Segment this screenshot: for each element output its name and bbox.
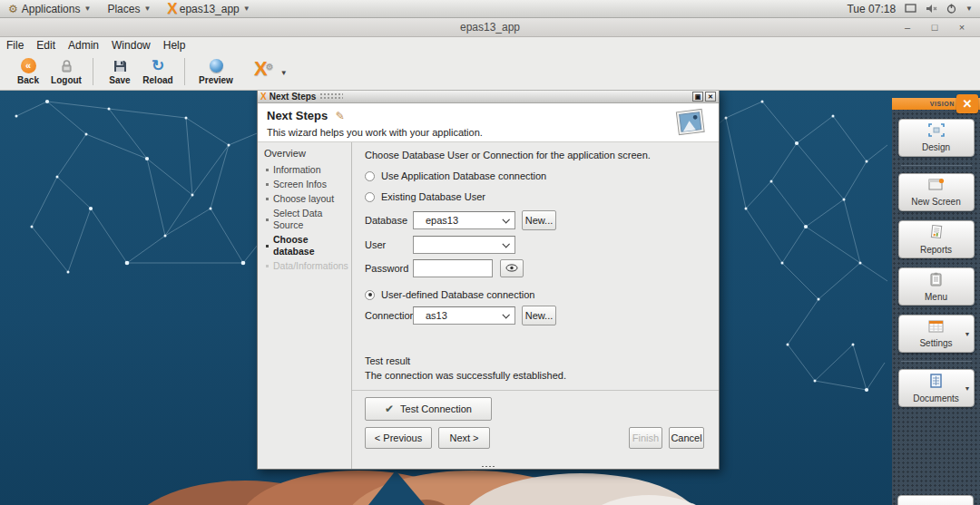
reload-button[interactable]: ↻ Reload bbox=[139, 56, 177, 85]
bullet-icon bbox=[266, 169, 269, 171]
floppy-icon bbox=[113, 57, 127, 74]
radio-checked-icon bbox=[365, 290, 375, 300]
bullet-icon bbox=[266, 219, 269, 221]
test-result-message: The connection was successfully establis… bbox=[365, 370, 708, 381]
new-screen-button[interactable]: New Screen bbox=[898, 173, 975, 211]
places-menu[interactable]: Places ▼ bbox=[99, 0, 159, 17]
radio-existing-db-user[interactable]: Existing Database User bbox=[365, 191, 708, 202]
applications-menu-label: Applications bbox=[22, 3, 81, 15]
test-result-label: Test result bbox=[365, 355, 708, 366]
panel-status-area: Tue 07:18 ▼ bbox=[847, 3, 980, 15]
nav-step-screen-infos[interactable]: Screen Infos bbox=[266, 179, 348, 190]
connection-label: Connection bbox=[365, 310, 413, 321]
lock-icon bbox=[60, 57, 74, 74]
back-button[interactable]: « Back bbox=[9, 56, 47, 85]
chevron-down-icon[interactable]: ▼ bbox=[965, 385, 971, 392]
power-icon[interactable] bbox=[946, 4, 956, 14]
dialog-close-icon[interactable]: ✕ bbox=[705, 92, 716, 102]
x-gear-logo-icon[interactable]: X⚙ bbox=[254, 58, 268, 80]
connection-select[interactable]: as13 bbox=[413, 306, 515, 325]
radio-icon bbox=[365, 171, 375, 181]
menu-icon bbox=[929, 272, 943, 290]
refresh-icon: ↻ bbox=[152, 58, 164, 73]
maximize-icon[interactable]: □ bbox=[929, 22, 940, 33]
menu-button[interactable]: Menu bbox=[898, 267, 975, 306]
design-icon bbox=[928, 123, 945, 141]
save-button[interactable]: Save bbox=[101, 56, 139, 85]
app-menu[interactable]: X epas13_app ▼ bbox=[159, 0, 258, 17]
dialog-header: Next Steps ✎ This wizard helps you work … bbox=[258, 103, 719, 142]
show-password-button[interactable] bbox=[500, 259, 524, 277]
eye-icon bbox=[505, 263, 518, 274]
sidebar-close-icon[interactable]: ✕ bbox=[956, 94, 978, 113]
volume-muted-icon[interactable] bbox=[926, 4, 937, 14]
dialog-titlebar[interactable]: X Next Steps ▣ ✕ bbox=[258, 90, 719, 103]
reports-button[interactable]: Reports bbox=[898, 220, 975, 258]
cancel-button[interactable]: Cancel bbox=[669, 427, 704, 449]
logout-button[interactable]: Logout bbox=[47, 56, 85, 85]
pencil-icon: ✎ bbox=[336, 110, 345, 122]
menu-admin[interactable]: Admin bbox=[62, 39, 105, 52]
design-button[interactable]: Design bbox=[898, 119, 975, 157]
next-button[interactable]: Next > bbox=[438, 427, 490, 449]
partial-bottom-button[interactable] bbox=[897, 495, 974, 505]
dialog-maximize-icon[interactable]: ▣ bbox=[692, 92, 703, 102]
toolbar: « Back Logout Save ↻ Reload Preview X⚙ bbox=[0, 53, 980, 91]
window-title: epas13_app bbox=[0, 21, 980, 34]
wizard-step-nav: Overview Information Screen Infos Choose… bbox=[258, 142, 352, 469]
chevron-down-icon[interactable]: ▼ bbox=[965, 331, 971, 337]
window-titlebar[interactable]: epas13_app – □ × bbox=[0, 18, 980, 37]
display-icon[interactable] bbox=[905, 4, 916, 14]
chevron-down-icon: ▼ bbox=[143, 5, 151, 13]
sidebar-title: VISION bbox=[930, 101, 955, 107]
preview-button[interactable]: Preview bbox=[192, 56, 240, 85]
connection-new-button[interactable]: New... bbox=[522, 306, 556, 325]
nav-step-select-data-source[interactable]: Select Data Source bbox=[266, 208, 348, 231]
settings-button[interactable]: Settings ▼ bbox=[898, 315, 975, 353]
globe-icon bbox=[210, 59, 223, 73]
wizard-picture-icon bbox=[675, 108, 706, 139]
documents-button[interactable]: Documents ▼ bbox=[898, 369, 975, 407]
radio-icon bbox=[365, 192, 375, 202]
toolbar-overflow-caret[interactable]: ▼ bbox=[280, 69, 288, 77]
database-new-button[interactable]: New... bbox=[522, 210, 556, 230]
menu-file[interactable]: File bbox=[0, 39, 30, 52]
database-select[interactable]: epas13 bbox=[413, 211, 515, 229]
applications-menu[interactable]: ⚙ Applications ▼ bbox=[0, 0, 99, 17]
nav-title: Overview bbox=[264, 148, 348, 159]
app-menu-label: epas13_app bbox=[180, 3, 240, 15]
bullet-icon bbox=[266, 183, 269, 186]
vision-sidebar: VISION ✕ Design New Screen Reports bbox=[892, 98, 980, 505]
resize-grip[interactable] bbox=[481, 465, 495, 468]
sidebar-header: VISION ✕ bbox=[892, 98, 980, 110]
chevron-down-icon: ▼ bbox=[83, 5, 91, 13]
close-icon[interactable]: × bbox=[956, 22, 967, 33]
nav-step-choose-database[interactable]: Choose database bbox=[266, 234, 348, 257]
nav-step-information[interactable]: Information bbox=[266, 164, 348, 176]
minimize-icon[interactable]: – bbox=[902, 22, 913, 33]
chevron-down-icon[interactable]: ▼ bbox=[965, 5, 973, 13]
wizard-title: Next Steps bbox=[267, 109, 328, 122]
new-screen-icon bbox=[928, 178, 945, 195]
menu-edit[interactable]: Edit bbox=[30, 39, 62, 52]
window-controls: – □ × bbox=[902, 22, 980, 33]
gear-icon: ⚙ bbox=[8, 3, 18, 15]
menu-window[interactable]: Window bbox=[105, 39, 157, 52]
password-field[interactable] bbox=[413, 259, 493, 277]
user-label: User bbox=[365, 239, 413, 250]
separator bbox=[352, 390, 719, 391]
previous-button[interactable]: < Previous bbox=[365, 427, 432, 449]
prompt-text: Choose Database User or Connection for t… bbox=[365, 150, 708, 160]
radio-app-db-connection[interactable]: Use Application Database connection bbox=[365, 170, 708, 181]
test-connection-button[interactable]: ✔ Test Connection bbox=[365, 397, 492, 421]
menu-help[interactable]: Help bbox=[157, 39, 192, 52]
chevron-down-icon: ▼ bbox=[243, 5, 250, 13]
user-select[interactable] bbox=[413, 236, 515, 254]
drag-dots bbox=[319, 92, 343, 100]
chevron-down-icon bbox=[502, 216, 509, 223]
chevron-down-icon bbox=[502, 311, 509, 318]
radio-user-defined-connection[interactable]: User-defined Database connection bbox=[365, 289, 708, 300]
gear-icon: ⚙ bbox=[266, 56, 274, 78]
nav-step-choose-layout[interactable]: Choose layout bbox=[266, 193, 348, 205]
sidebar-divider bbox=[901, 361, 972, 362]
